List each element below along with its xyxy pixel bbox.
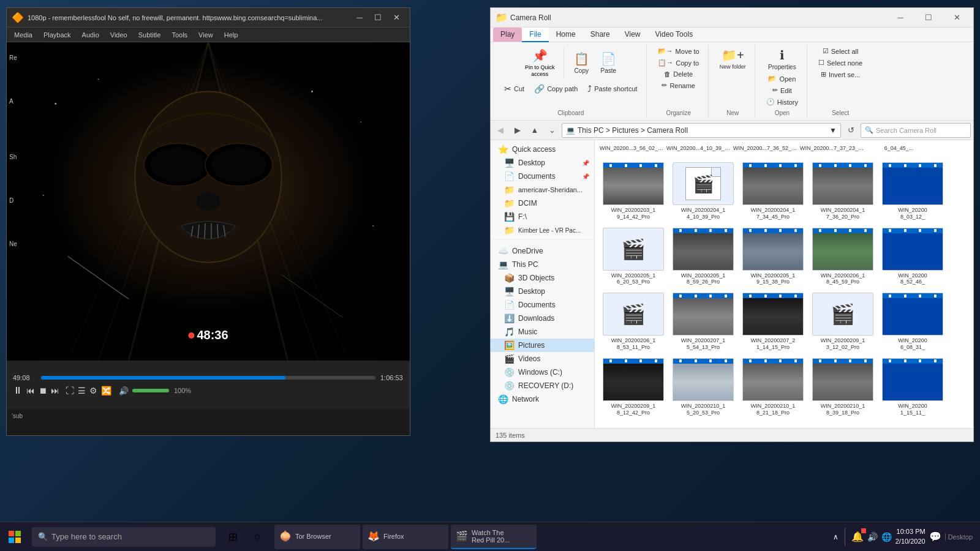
pin-to-quick-access-button[interactable]: 📌 Pin to Quick access <box>521 46 559 80</box>
sidebar-item-documents-2[interactable]: 📄 Documents <box>491 298 594 312</box>
address-path-bar[interactable]: 💻 This PC > Pictures > Camera Roll ▼ <box>562 123 841 138</box>
ribbon-tab-video-tools[interactable]: Video Tools <box>648 28 701 42</box>
explorer-close-button[interactable]: ✕ <box>943 8 971 28</box>
vlc-fullscreen-button[interactable]: ⛶ <box>66 386 74 395</box>
file-item-16[interactable]: WIN_20200209_18_12_42_Pro <box>600 356 667 419</box>
open-button[interactable]: 📂 Open <box>764 73 799 84</box>
file-item-14[interactable]: 🎬 WIN_20200209_13_12_02_Pro <box>809 290 876 353</box>
copy-button[interactable]: 📋 Copy <box>569 50 594 76</box>
taskbar-notification-icon[interactable]: 🔔 <box>851 531 864 542</box>
nav-forward-button[interactable]: ▶ <box>510 123 525 138</box>
vlc-pause-button[interactable]: ⏸ <box>13 385 23 396</box>
sidebar-item-downloads[interactable]: ⬇️ Downloads <box>491 312 594 325</box>
vlc-minimize-button[interactable]: ─ <box>351 9 368 26</box>
properties-button[interactable]: ℹ Properties <box>764 46 800 72</box>
taskbar-cortana-button[interactable]: ○ <box>245 525 270 549</box>
sidebar-item-windows-c[interactable]: 💿 Windows (C:) <box>491 365 594 379</box>
taskbar-desktop-button[interactable]: Desktop <box>945 533 973 541</box>
taskbar-app-tor[interactable]: 🧅 Tor Browser <box>274 525 360 549</box>
invert-selection-button[interactable]: ⊞ Invert se... <box>817 69 864 80</box>
vlc-menu-media[interactable]: Media <box>9 30 37 40</box>
file-item-9[interactable]: WIN_20200206_18_45_59_Pro <box>809 225 876 288</box>
address-dropdown-icon[interactable]: ▼ <box>829 126 837 135</box>
new-folder-button[interactable]: 📁+ New folder <box>716 46 750 72</box>
taskbar-search-box[interactable]: 🔍 Type here to search <box>32 527 216 547</box>
file-item-12[interactable]: WIN_20200207_15_54_13_Pro <box>669 290 737 353</box>
sidebar-item-onedrive[interactable]: ☁️ OneDrive <box>491 244 594 258</box>
file-item-3[interactable]: WIN_20200204_17_34_45_Pro <box>739 160 807 223</box>
search-box[interactable]: 🔍 Search Camera Roll <box>861 123 971 138</box>
ribbon-tab-play[interactable]: Play <box>493 28 522 42</box>
taskbar-show-hidden-button[interactable]: ∧ <box>833 533 839 541</box>
vlc-video-frame[interactable]: 48:36 <box>7 42 410 361</box>
ribbon-tab-view[interactable]: View <box>617 28 648 42</box>
vlc-menu-help[interactable]: Help <box>219 30 243 40</box>
history-button[interactable]: 🕐 History <box>763 97 802 107</box>
file-item-5[interactable]: WIN_202008_03_12_ <box>879 160 946 223</box>
sidebar-item-thispc[interactable]: 💻 This PC <box>491 258 594 271</box>
taskbar-volume-icon[interactable]: 🔊 <box>867 532 878 542</box>
taskbar-app-firefox[interactable]: 🦊 Firefox <box>363 525 448 549</box>
sidebar-item-dcim[interactable]: 📁 DCIM <box>491 197 594 210</box>
sidebar-item-music[interactable]: 🎵 Music <box>491 325 594 339</box>
file-item-6[interactable]: 🎬 WIN_20200205_16_20_53_Pro <box>600 225 667 288</box>
vlc-close-button[interactable]: ✕ <box>388 9 405 26</box>
vlc-menu-playback[interactable]: Playback <box>39 30 76 40</box>
refresh-button[interactable]: ↺ <box>843 123 858 138</box>
taskbar-clock[interactable]: 10:03 PM 2/10/2020 <box>895 527 925 546</box>
file-item-4[interactable]: WIN_20200204_17_36_20_Pro <box>809 160 876 223</box>
ribbon-tab-share[interactable]: Share <box>583 28 617 42</box>
taskbar-task-view-button[interactable]: ⊞ <box>221 525 245 549</box>
nav-recent-button[interactable]: ⌄ <box>545 123 559 138</box>
sidebar-item-americavr[interactable]: 📁 americavr-Sheridan... <box>491 183 594 197</box>
vlc-menu-view[interactable]: View <box>194 30 218 40</box>
file-item-1[interactable]: WIN_20200203_19_14_42_Pro <box>600 160 667 223</box>
nav-up-button[interactable]: ▲ <box>527 123 542 138</box>
file-item-10[interactable]: WIN_202008_52_46_ <box>879 225 946 288</box>
vlc-next-button[interactable]: ⏭ <box>51 386 59 395</box>
vlc-prev-button[interactable]: ⏮ <box>26 386 35 395</box>
file-item-8[interactable]: WIN_20200205_19_15_38_Pro <box>739 225 807 288</box>
file-item-2[interactable]: 🎬 WIN_20200204_14_10_39_Pro <box>669 160 737 223</box>
vlc-menu-audio[interactable]: Audio <box>77 30 104 40</box>
vlc-menu-tools[interactable]: Tools <box>167 30 192 40</box>
select-none-button[interactable]: ☐ Select none <box>815 58 866 68</box>
sidebar-item-documents-1[interactable]: 📄 Documents 📌 <box>491 170 594 183</box>
sidebar-item-desktop-2[interactable]: 🖥️ Desktop <box>491 285 594 298</box>
vlc-stop-button[interactable]: ⏹ <box>39 386 47 395</box>
sidebar-item-desktop-1[interactable]: 🖥️ Desktop 📌 <box>491 156 594 170</box>
ribbon-tab-file[interactable]: File <box>522 28 548 42</box>
paste-shortcut-button[interactable]: ⤴ Paste shortcut <box>584 83 641 95</box>
sidebar-item-kimber[interactable]: 📁 Kimber Lee - VR Pac... <box>491 223 594 237</box>
vlc-maximize-button[interactable]: ☐ <box>369 9 386 26</box>
file-item-18[interactable]: WIN_20200210_18_21_18_Pro <box>739 356 807 419</box>
vlc-menu-video[interactable]: Video <box>105 30 132 40</box>
vlc-ext-settings-button[interactable]: ⚙ <box>89 386 97 395</box>
sidebar-item-pictures[interactable]: 🖼️ Pictures <box>491 339 594 352</box>
copy-path-button[interactable]: 🔗 Copy path <box>530 83 581 95</box>
file-item-11[interactable]: 🎬 WIN_20200206_18_53_11_Pro <box>600 290 667 353</box>
move-to-button[interactable]: 📂→ Move to <box>654 46 703 56</box>
file-item-13[interactable]: WIN_20200207_21_14_15_Pro <box>739 290 807 353</box>
file-grid[interactable]: WIN_20200...3_56_02_Pro WIN_20200...4_10… <box>595 140 973 428</box>
copy-to-button[interactable]: 📋→ Copy to <box>654 58 703 68</box>
file-item-7[interactable]: WIN_20200205_18_59_26_Pro <box>669 225 737 288</box>
vlc-playlist-button[interactable]: ☰ <box>78 386 86 395</box>
delete-button[interactable]: 🗑 Delete <box>660 69 696 79</box>
sidebar-item-f-drive[interactable]: 💾 F:\ <box>491 210 594 223</box>
sidebar-item-3dobjects[interactable]: 📦 3D Objects <box>491 271 594 285</box>
sidebar-item-recovery-d[interactable]: 💿 RECOVERY (D:) <box>491 379 594 392</box>
vlc-progress-bar[interactable] <box>41 376 375 380</box>
taskbar-network-icon[interactable]: 🌐 <box>881 532 892 542</box>
explorer-minimize-button[interactable]: ─ <box>886 8 914 28</box>
paste-button[interactable]: 📄 Paste <box>596 50 620 76</box>
select-all-button[interactable]: ☑ Select all <box>819 46 862 56</box>
vlc-menu-subtitle[interactable]: Subtitle <box>134 30 166 40</box>
start-button[interactable] <box>0 522 29 552</box>
file-item-17[interactable]: WIN_20200210_15_20_53_Pro <box>669 356 737 419</box>
ribbon-tab-home[interactable]: Home <box>549 28 583 42</box>
rename-button[interactable]: ✏ Rename <box>658 80 699 91</box>
nav-back-button[interactable]: ◀ <box>493 123 508 138</box>
explorer-maximize-button[interactable]: ☐ <box>914 8 943 28</box>
taskbar-app-vlc[interactable]: 🎬 Watch TheRed Pill 20... <box>451 525 537 549</box>
